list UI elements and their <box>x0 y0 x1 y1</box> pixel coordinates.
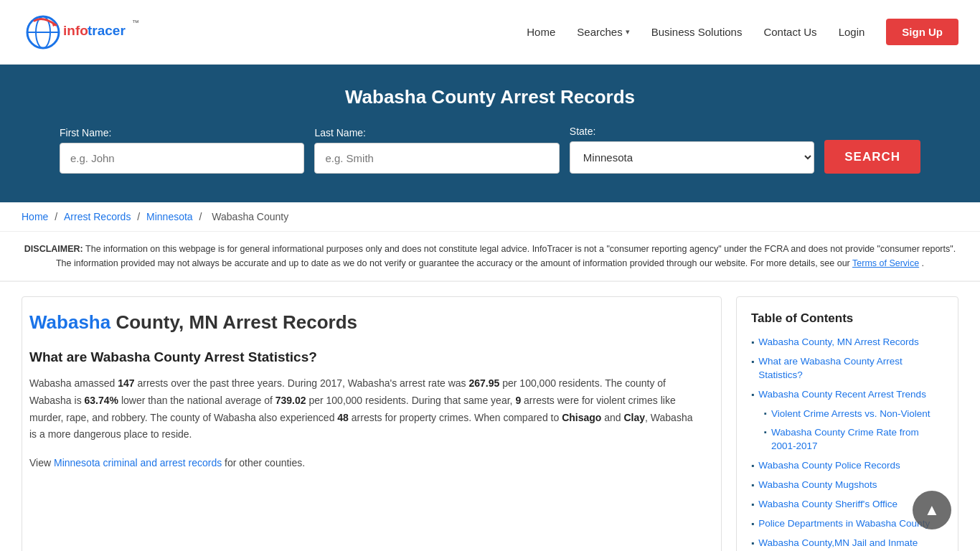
lower-pct: 63.74% <box>85 395 118 406</box>
toc-link-8[interactable]: Police Departments in Wabasha County <box>758 517 930 531</box>
violent-count: 9 <box>515 395 521 406</box>
svg-text:info: info <box>63 23 88 38</box>
first-name-group: First Name: <box>60 127 304 174</box>
nav-searches[interactable]: Searches ▾ <box>577 26 629 38</box>
logo[interactable]: info tracer ™ <box>22 12 143 52</box>
arrests-count: 147 <box>118 377 134 389</box>
svg-text:tracer: tracer <box>88 23 126 38</box>
breadcrumb-sep3: / <box>199 211 205 222</box>
nav-signup[interactable]: Sign Up <box>886 19 958 45</box>
city1: Chisago <box>562 412 601 423</box>
city2: Clay <box>624 412 646 423</box>
toc-item: Wabasha County Crime Rate from 2001-2017 <box>751 426 943 453</box>
toc-item: Wabasha County Recent Arrest Trends <box>751 388 943 402</box>
toc-link-9[interactable]: Wabasha County,MN Jail and Inmate Record… <box>758 537 943 551</box>
stats-heading: What are Wabasha County Arrest Statistic… <box>29 349 699 365</box>
chevron-down-icon: ▾ <box>626 27 630 37</box>
toc-item: Wabasha County, MN Arrest Records <box>751 336 943 349</box>
hero-section: Wabasha County Arrest Records First Name… <box>0 65 980 202</box>
last-name-group: Last Name: <box>314 127 559 174</box>
toc-link-7[interactable]: Wabasha County Sheriff's Office <box>758 498 897 512</box>
breadcrumb-sep1: / <box>55 211 60 222</box>
state-group: State: AlabamaAlaskaArizonaArkansasCalif… <box>570 126 814 174</box>
terms-link[interactable]: Terms of Service <box>852 258 919 268</box>
national-avg: 739.02 <box>275 395 306 406</box>
nav-home[interactable]: Home <box>527 26 555 38</box>
disclaimer-text: The information on this webpage is for g… <box>56 244 956 268</box>
arrow-up-icon: ▲ <box>924 502 940 518</box>
last-name-input[interactable] <box>314 143 559 174</box>
article-title-highlight: Wabasha <box>29 311 110 333</box>
hero-title: Wabasha County Arrest Records <box>29 86 951 108</box>
breadcrumb-arrest-records[interactable]: Arrest Records <box>64 211 131 222</box>
disclaimer-bold: DISCLAIMER: <box>24 244 83 254</box>
property-count: 48 <box>337 412 349 423</box>
article-title-rest: County, MN Arrest Records <box>110 311 357 333</box>
toc-item: Wabasha County,MN Jail and Inmate Record… <box>751 537 943 551</box>
nav-business-solutions[interactable]: Business Solutions <box>651 26 743 38</box>
view-link-paragraph: View Minnesota criminal and arrest recor… <box>29 455 699 472</box>
last-name-label: Last Name: <box>314 127 559 138</box>
breadcrumb: Home / Arrest Records / Minnesota / Waba… <box>0 202 980 232</box>
first-name-label: First Name: <box>60 127 304 138</box>
search-button[interactable]: SEARCH <box>824 140 920 174</box>
nav-login[interactable]: Login <box>839 26 865 38</box>
toc-item: Violent Crime Arrests vs. Non-Violent <box>751 408 943 421</box>
logo-svg: info tracer ™ <box>22 12 143 52</box>
toc-item: Wabasha County Mugshots <box>751 479 943 492</box>
toc-item: What are Wabasha County Arrest Statistic… <box>751 355 943 382</box>
toc-link-0[interactable]: Wabasha County, MN Arrest Records <box>758 336 919 349</box>
toc-link-6[interactable]: Wabasha County Mugshots <box>758 479 877 492</box>
state-select[interactable]: AlabamaAlaskaArizonaArkansasCaliforniaCo… <box>570 141 814 174</box>
article-title: Wabasha County, MN Arrest Records <box>29 311 699 334</box>
disclaimer-period: . <box>922 258 924 268</box>
svg-text:™: ™ <box>132 19 139 27</box>
breadcrumb-home[interactable]: Home <box>22 211 48 222</box>
main-nav: Home Searches ▾ Business Solutions Conta… <box>527 19 958 45</box>
toc-link-2[interactable]: Wabasha County Recent Arrest Trends <box>758 388 926 402</box>
toc-item: Wabasha County Police Records <box>751 459 943 473</box>
site-header: info tracer ™ Home Searches ▾ Business S… <box>0 0 980 65</box>
disclaimer-section: DISCLAIMER: The information on this webp… <box>0 232 980 282</box>
minnesota-records-link[interactable]: Minnesota criminal and arrest records <box>54 457 222 468</box>
toc-heading: Table of Contents <box>751 311 943 326</box>
toc-link-4[interactable]: Wabasha County Crime Rate from 2001-2017 <box>771 426 943 453</box>
first-name-input[interactable] <box>60 143 304 174</box>
state-label: State: <box>570 126 814 137</box>
breadcrumb-sep2: / <box>137 211 143 222</box>
toc-link-3[interactable]: Violent Crime Arrests vs. Non-Violent <box>771 408 930 421</box>
breadcrumb-wabasha-county: Wabasha County <box>212 211 288 222</box>
scroll-to-top-button[interactable]: ▲ <box>913 491 951 529</box>
stats-paragraph: Wabasha amassed 147 arrests over the pas… <box>29 375 699 443</box>
nav-contact-us[interactable]: Contact Us <box>763 26 816 38</box>
arrest-rate: 267.95 <box>469 377 500 389</box>
breadcrumb-minnesota[interactable]: Minnesota <box>146 211 193 222</box>
search-form: First Name: Last Name: State: AlabamaAla… <box>60 126 920 174</box>
toc-link-1[interactable]: What are Wabasha County Arrest Statistic… <box>758 355 943 382</box>
main-content: Wabasha County, MN Arrest Records What a… <box>0 282 980 551</box>
toc-link-5[interactable]: Wabasha County Police Records <box>758 459 900 473</box>
article-section: Wabasha County, MN Arrest Records What a… <box>22 296 722 551</box>
